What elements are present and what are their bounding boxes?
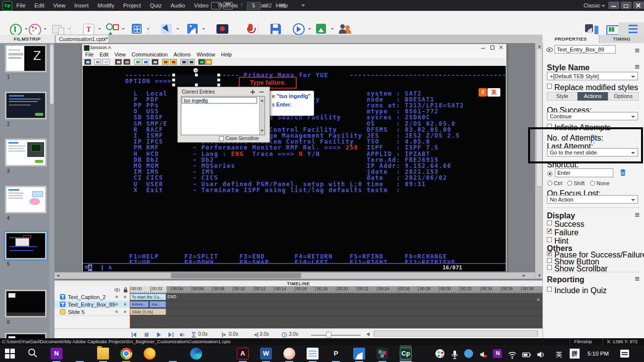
taskbar-acrobat-icon[interactable]: A <box>237 348 249 360</box>
shortcut-radio[interactable] <box>547 171 552 176</box>
tray-microphone-icon[interactable] <box>450 348 460 360</box>
name-menu-icon[interactable] <box>635 48 640 53</box>
timeline-bar-ina-[interactable]: Ina... <box>150 301 166 308</box>
taskbar-notepad-icon[interactable] <box>307 348 319 360</box>
timeline-bar-activa-[interactable]: Activa... <box>130 301 149 308</box>
tab-properties[interactable]: PROPERTIES <box>542 35 599 43</box>
send-file-icon[interactable] <box>162 59 169 65</box>
infinite-attempts-checkbox[interactable] <box>547 124 552 129</box>
receive-file-icon[interactable] <box>170 59 177 65</box>
failure-checkbox[interactable] <box>547 229 552 234</box>
subtab-options[interactable]: Options <box>608 92 639 101</box>
stage-hscrollbar-thumb[interactable] <box>171 273 301 278</box>
mute-button[interactable] <box>179 331 186 337</box>
delete-shortcut-icon[interactable] <box>620 169 626 176</box>
visibility-dot[interactable] <box>115 310 118 313</box>
shortcut-input[interactable] <box>555 168 613 177</box>
previous-slide-icon[interactable]: ↓ <box>233 1 236 7</box>
menu-quiz[interactable]: Quiz <box>146 0 166 11</box>
menu-view[interactable]: View <box>49 0 70 11</box>
reporting-menu-icon[interactable] <box>635 276 640 282</box>
session-close-icon[interactable] <box>497 45 504 50</box>
taskbar-paint-icon[interactable] <box>283 348 295 360</box>
timeline-lock-icon[interactable] <box>123 287 128 293</box>
notification-center-icon[interactable] <box>620 350 629 358</box>
visibility-dot[interactable] <box>115 303 118 306</box>
session-menu-edit[interactable]: Edit <box>97 51 111 58</box>
session-menu-help[interactable]: Help <box>218 51 235 58</box>
current-slide-input[interactable]: 5 <box>247 2 261 10</box>
add-entry-button[interactable]: + <box>250 88 256 96</box>
timeline-bar-to-start-the-cu-[interactable]: To start the Cu... <box>130 294 166 300</box>
mini-screen-icon[interactable] <box>180 59 187 65</box>
rotation-handle[interactable] <box>193 68 198 73</box>
display-menu-icon[interactable] <box>635 212 640 218</box>
slide-thumbnail-6[interactable] <box>5 290 47 317</box>
modifier-radio-none[interactable] <box>590 181 595 186</box>
slide-thumbnail-1[interactable]: Z <box>5 45 47 72</box>
tab-close-icon[interactable]: × <box>104 35 107 43</box>
subtab-style[interactable]: Style <box>547 92 578 101</box>
show-button-checkbox[interactable] <box>547 258 552 263</box>
taskbar-powerpoint-icon[interactable]: P <box>330 348 342 360</box>
tray-onenote-tray-icon[interactable]: N <box>493 348 503 360</box>
tray-tray-expand-icon[interactable] <box>421 348 431 360</box>
taskbar-chrome-icon[interactable] <box>120 348 132 360</box>
session-menu-file[interactable]: File <box>82 51 97 58</box>
capture-icon[interactable] <box>152 59 159 65</box>
on-focus-lost-dropdown[interactable]: No Action <box>547 195 638 204</box>
style-menu-icon[interactable] <box>635 64 640 70</box>
menu-project[interactable]: Project <box>119 0 146 11</box>
taskbar-clock[interactable]: 5:10 PM <box>588 351 609 357</box>
slide-thumbnail-5[interactable] <box>5 232 47 259</box>
session-restore-icon[interactable] <box>488 45 495 50</box>
modifier-radio-ctrl[interactable] <box>547 181 552 186</box>
menu-edit[interactable]: Edit <box>30 0 49 11</box>
document-tab[interactable]: Customisation1.cptx* × <box>55 35 109 43</box>
tray-volume-mixer-icon[interactable] <box>479 348 488 360</box>
workspace-caret[interactable] <box>601 5 605 9</box>
session-icon[interactable] <box>84 59 91 65</box>
menu-insert[interactable]: Insert <box>70 0 93 11</box>
hint-checkbox[interactable] <box>547 237 552 242</box>
case-sensitive-option[interactable]: Case-Sensitive <box>225 136 259 141</box>
tray-battery-icon[interactable] <box>522 348 532 360</box>
session-menu-actions[interactable]: Actions <box>171 51 194 58</box>
visibility-eye-icon[interactable] <box>546 48 553 52</box>
remove-entry-button[interactable]: − <box>259 88 265 96</box>
timeline-hscrollbar-thumb[interactable] <box>375 331 537 336</box>
modifier-radio-shift[interactable] <box>567 181 572 186</box>
style-dropdown[interactable]: +[Default TEB Style] <box>547 72 638 80</box>
tray-teams-icon[interactable] <box>464 348 474 360</box>
mini-screen2-icon[interactable] <box>188 59 195 65</box>
correct-entries-list[interactable]: tso ingedlg <box>181 96 265 135</box>
timeline-bar-slide-3-0s-[interactable]: Slide (3.0s) <box>130 309 166 315</box>
timeline-ruler[interactable]: 00:0000:0200:0400:0600:0800:1000:1200:14… <box>130 286 542 293</box>
menu-file[interactable]: File <box>12 0 30 11</box>
restore-button[interactable] <box>621 1 632 9</box>
session-menu-communication[interactable]: Communication <box>129 51 171 58</box>
entries-scrollbar[interactable] <box>259 97 265 135</box>
include-in-quiz-checkbox[interactable] <box>547 287 552 292</box>
stage-vscrollbar-thumb[interactable] <box>536 49 542 187</box>
taskbar-start-icon[interactable] <box>4 348 16 360</box>
taskbar-screen-share-icon[interactable] <box>74 348 86 360</box>
subtab-actions[interactable]: Actions <box>578 92 608 101</box>
minimize-button[interactable] <box>608 1 619 9</box>
timeline-zoom-thumb[interactable] <box>326 332 331 338</box>
taskbar-captivate-icon[interactable]: Cp <box>400 345 412 362</box>
correct-entry-item[interactable]: tso ingedlg <box>182 97 257 103</box>
on-success-dropdown[interactable]: Continue <box>547 112 638 120</box>
tray-wifi-icon[interactable] <box>507 348 517 360</box>
selection-handle[interactable] <box>217 73 220 77</box>
timeline-zoom-slider[interactable] <box>311 335 361 336</box>
skip-to-start-button[interactable] <box>131 331 138 337</box>
last-attempt-dropdown[interactable]: Go to the next slide <box>547 148 638 156</box>
timeline-row-text-entry-box-89[interactable]: Text_Entry_Box_89 <box>54 301 130 309</box>
timeline-row-slide-5[interactable]: Slide 5 <box>54 308 130 316</box>
globe-icon[interactable] <box>198 59 205 65</box>
selection-handle[interactable] <box>172 73 175 77</box>
mail-icon[interactable] <box>223 2 233 9</box>
tray-slack-icon[interactable] <box>435 348 445 360</box>
menu-video[interactable]: Video <box>190 0 213 11</box>
